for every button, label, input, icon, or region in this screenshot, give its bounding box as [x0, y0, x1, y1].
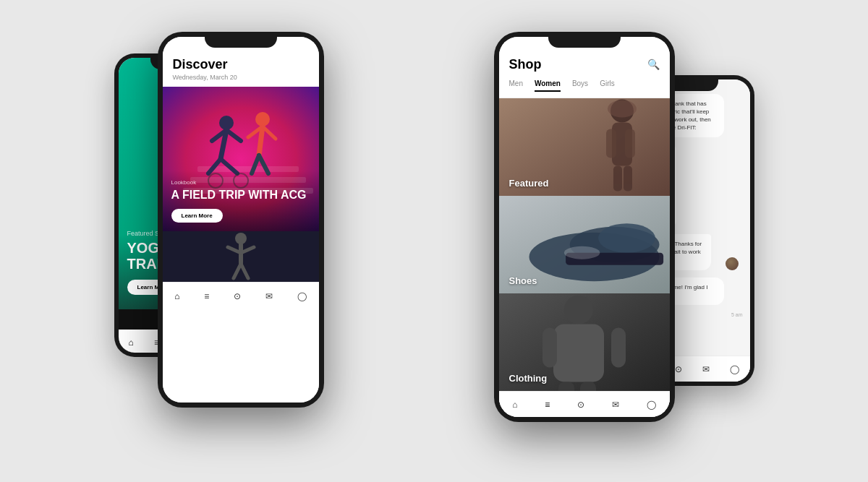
shop-card-featured[interactable]: Featured [499, 98, 670, 196]
svg-rect-39 [613, 165, 622, 191]
user-avatar [726, 257, 739, 270]
discover-hero: Lookbook A FIELD TRIP WITH ACG Learn Mor… [163, 87, 319, 231]
svg-rect-53 [611, 327, 626, 367]
discover-nav: ⌂ ≡ ⊙ ✉ ◯ [163, 282, 319, 308]
shop-tab-boys[interactable]: Boys [572, 79, 588, 92]
discover-screen-wrapper: Discover Wednesday, March 20 [163, 37, 319, 403]
shop-nav-home[interactable]: ⌂ [512, 400, 517, 410]
shop-screen: Shop 🔍 Men Women Boys Girls [499, 37, 670, 417]
shop-grid: Featured [499, 98, 670, 391]
shop-card-shoes[interactable]: Shoes [499, 196, 670, 293]
svg-point-46 [598, 223, 655, 253]
discover-preview [163, 231, 319, 282]
shop-screen-wrapper: Shop 🔍 Men Women Boys Girls [499, 37, 670, 417]
field-trip-title: A FIELD TRIP WITH ACG [171, 189, 310, 202]
shoes-label: Shoes [509, 275, 537, 286]
phone-discover: Discover Wednesday, March 20 [158, 32, 324, 408]
chat-nav-mail[interactable]: ✉ [702, 364, 710, 374]
right-phone-group: Shop 🔍 Men Women Boys Girls [494, 32, 754, 451]
notch-discover [205, 32, 277, 48]
discover-title: Discover [173, 57, 309, 72]
svg-line-17 [226, 130, 241, 141]
svg-point-48 [563, 246, 600, 259]
discover-date: Wednesday, March 20 [173, 74, 309, 81]
phone-shop: Shop 🔍 Men Women Boys Girls [494, 32, 675, 422]
left-phone-group: Featured Story YOGA TRANSFORMS Learn Mor… [114, 32, 324, 451]
lookbook-tag: Lookbook [171, 179, 310, 186]
shop-nav-bag[interactable]: ⊙ [577, 400, 584, 410]
svg-line-25 [263, 126, 276, 139]
chat-nav-bag[interactable]: ⊙ [675, 364, 682, 374]
shop-nav-mail[interactable]: ✉ [612, 400, 619, 410]
shop-tab-girls[interactable]: Girls [600, 79, 615, 92]
svg-rect-55 [580, 382, 596, 391]
svg-point-41 [608, 100, 637, 117]
shop-nav-search[interactable]: ≡ [545, 400, 550, 410]
discover-learn-more-button[interactable]: Learn More [171, 209, 223, 223]
yoga-nav-home[interactable]: ⌂ [129, 337, 134, 348]
shop-card-clothing[interactable]: Clothing [499, 293, 670, 391]
shop-search-icon[interactable]: 🔍 [647, 59, 660, 70]
chat-time: 5 am [731, 312, 743, 317]
discover-nav-profile[interactable]: ◯ [297, 291, 307, 301]
notch-shop [548, 32, 621, 48]
svg-rect-38 [625, 129, 635, 158]
discover-nav-search[interactable]: ≡ [204, 291, 209, 301]
discover-hero-overlay: Lookbook A FIELD TRIP WITH ACG Learn Mor… [163, 171, 319, 231]
discover-nav-mail[interactable]: ✉ [265, 291, 273, 301]
svg-rect-51 [553, 324, 604, 382]
clothing-label: Clothing [509, 373, 548, 384]
svg-rect-54 [558, 382, 574, 391]
discover-nav-home[interactable]: ⌂ [174, 291, 179, 301]
discover-screen: Discover Wednesday, March 20 [163, 37, 319, 403]
shop-tab-men[interactable]: Men [509, 79, 523, 92]
shop-tabs: Men Women Boys Girls [499, 77, 670, 98]
svg-rect-52 [542, 327, 557, 367]
shop-nav-profile[interactable]: ◯ [647, 400, 656, 410]
shop-tab-women[interactable]: Women [535, 79, 561, 92]
discover-nav-shop[interactable]: ⊙ [234, 291, 241, 301]
featured-label: Featured [509, 178, 549, 189]
shop-title: Shop [509, 57, 542, 72]
svg-point-50 [564, 295, 593, 324]
scene: Featured Story YOGA TRANSFORMS Learn Mor… [0, 0, 868, 482]
svg-rect-40 [624, 165, 632, 191]
shop-nav: ⌂ ≡ ⊙ ✉ ◯ [499, 391, 670, 417]
svg-rect-37 [606, 129, 616, 158]
chat-nav-profile[interactable]: ◯ [730, 364, 739, 374]
